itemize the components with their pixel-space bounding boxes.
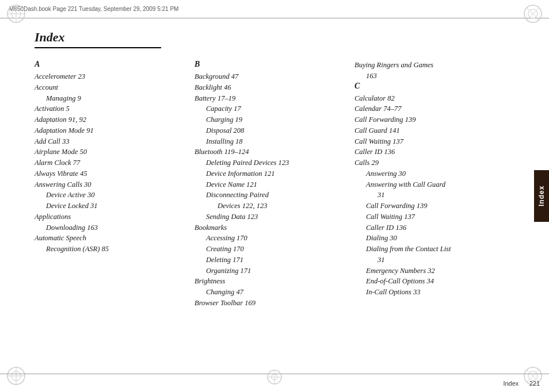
list-item: Background 47 [195, 71, 343, 82]
list-item: Call Waiting 137 [354, 212, 503, 222]
list-item: Buying Ringers and Games [354, 60, 503, 71]
list-item: Device Active 30 [35, 190, 183, 201]
list-item: Device Locked 31 [35, 201, 183, 212]
list-item: Installing 18 [195, 136, 343, 147]
col-c-before-entries: Buying Ringers and Games163 [354, 60, 503, 82]
list-item: Always Vibrate 45 [35, 168, 183, 179]
list-item: Changing 47 [195, 287, 343, 298]
list-item: Devices 122, 123 [195, 201, 343, 212]
list-item: Dialing 30 [354, 233, 503, 244]
list-item: Brightness [195, 276, 343, 287]
list-item: Deleting Paired Devices 123 [195, 157, 343, 168]
list-item: Deleting 171 [195, 255, 343, 266]
page-title: Index [35, 30, 514, 45]
list-item: Applications [35, 212, 183, 222]
list-item: Answering with Call Guard [354, 179, 503, 190]
list-item: Activation 5 [35, 103, 183, 114]
footer-page: 221 [529, 380, 540, 387]
list-item: Calendar 74–77 [354, 103, 503, 114]
list-item: Call Waiting 137 [354, 136, 503, 147]
list-item: Calculator 82 [354, 93, 503, 104]
list-item: Caller ID 136 [354, 222, 503, 233]
section-letter-a: A [35, 60, 183, 69]
column-c: Buying Ringers and Games163 C Calculator… [354, 60, 514, 362]
list-item: 31 [354, 190, 503, 201]
list-item: 31 [354, 255, 503, 266]
footer-text: Index 221 [503, 380, 540, 387]
list-item: Bluetooth 119–124 [195, 147, 343, 157]
header-bar: M850Dash.book Page 221 Tuesday, Septembe… [0, 0, 549, 18]
list-item: Disposal 208 [195, 125, 343, 136]
list-item: Call Forwarding 139 [354, 201, 503, 212]
list-item: Accessing 170 [195, 233, 343, 244]
list-item: Adaptation Mode 91 [35, 125, 183, 136]
list-item: Call Forwarding 139 [354, 114, 503, 125]
title-underline [35, 47, 161, 48]
list-item: Accelerometer 23 [35, 71, 183, 82]
list-item: Sending Data 123 [195, 212, 343, 222]
list-item: Disconnecting Paired [195, 190, 343, 201]
list-item: Emergency Numbers 32 [354, 266, 503, 276]
list-item: Alarm Clock 77 [35, 157, 183, 168]
page: M850Dash.book Page 221 Tuesday, Septembe… [0, 0, 549, 392]
col-a-entries: Accelerometer 23AccountManaging 9Activat… [35, 71, 183, 255]
list-item: Dialing from the Contact List [354, 244, 503, 255]
footer-label: Index [503, 380, 518, 387]
list-item: In-Call Options 33 [354, 287, 503, 298]
list-item: Creating 170 [195, 244, 343, 255]
section-letter-c: C [354, 82, 503, 91]
main-content: Index A Accelerometer 23AccountManaging … [0, 18, 549, 374]
list-item: Airplane Mode 50 [35, 147, 183, 157]
list-item: Organizing 171 [195, 266, 343, 276]
list-item: Add Call 33 [35, 136, 183, 147]
list-item: Capacity 17 [195, 103, 343, 114]
list-item: Caller ID 136 [354, 147, 503, 157]
list-item: Charging 19 [195, 114, 343, 125]
column-b: B Background 47Backlight 46Battery 17–19… [195, 60, 354, 362]
list-item: Device Information 121 [195, 168, 343, 179]
section-letter-b: B [195, 60, 343, 69]
list-item: Managing 9 [35, 93, 183, 104]
list-item: 163 [354, 71, 503, 82]
col-b-entries: Background 47Backlight 46Battery 17–19Ca… [195, 71, 343, 309]
list-item: Battery 17–19 [195, 93, 343, 104]
list-item: Recognition (ASR) 85 [35, 244, 183, 255]
list-item: Downloading 163 [35, 222, 183, 233]
list-item: Answering Calls 30 [35, 179, 183, 190]
index-columns: A Accelerometer 23AccountManaging 9Activ… [35, 60, 514, 362]
list-item: Backlight 46 [195, 82, 343, 93]
list-item: Bookmarks [195, 222, 343, 233]
list-item: Browser Toolbar 169 [195, 298, 343, 309]
list-item: Automatic Speech [35, 233, 183, 244]
list-item: Answering 30 [354, 168, 503, 179]
list-item: Device Name 121 [195, 179, 343, 190]
list-item: Call Guard 141 [354, 125, 503, 136]
list-item: Adaptation 91, 92 [35, 114, 183, 125]
col-c-entries: Calculator 82Calendar 74–77Call Forwardi… [354, 93, 503, 298]
bottom-center-decoration [266, 369, 283, 387]
header-text: M850Dash.book Page 221 Tuesday, Septembe… [9, 6, 178, 12]
column-a: A Accelerometer 23AccountManaging 9Activ… [35, 60, 195, 362]
list-item: Account [35, 82, 183, 93]
list-item: End-of-Call Options 34 [354, 276, 503, 287]
list-item: Calls 29 [354, 157, 503, 168]
